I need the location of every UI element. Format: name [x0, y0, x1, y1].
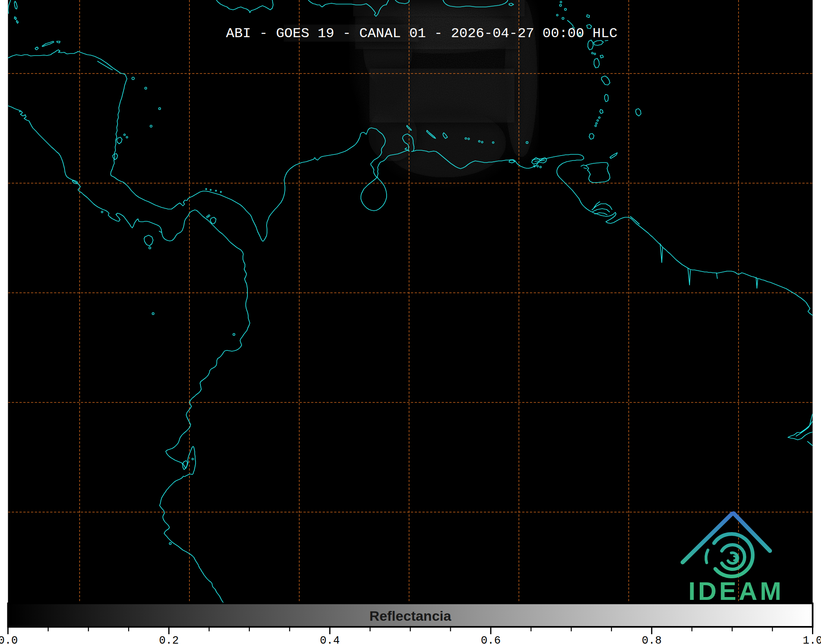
- svg-text:0.2: 0.2: [159, 635, 179, 644]
- svg-text:0.8: 0.8: [642, 635, 662, 644]
- svg-text:Reflectancia: Reflectancia: [369, 608, 452, 624]
- svg-text:0.6: 0.6: [481, 635, 501, 644]
- svg-text:0.4: 0.4: [320, 635, 340, 644]
- svg-text:IDEAM: IDEAM: [688, 577, 784, 605]
- svg-text:ABI - GOES 19 - CANAL 01 - 202: ABI - GOES 19 - CANAL 01 - 2026-04-27 00…: [226, 26, 618, 41]
- svg-text:0.0: 0.0: [0, 635, 18, 644]
- svg-text:1.0: 1.0: [803, 635, 821, 644]
